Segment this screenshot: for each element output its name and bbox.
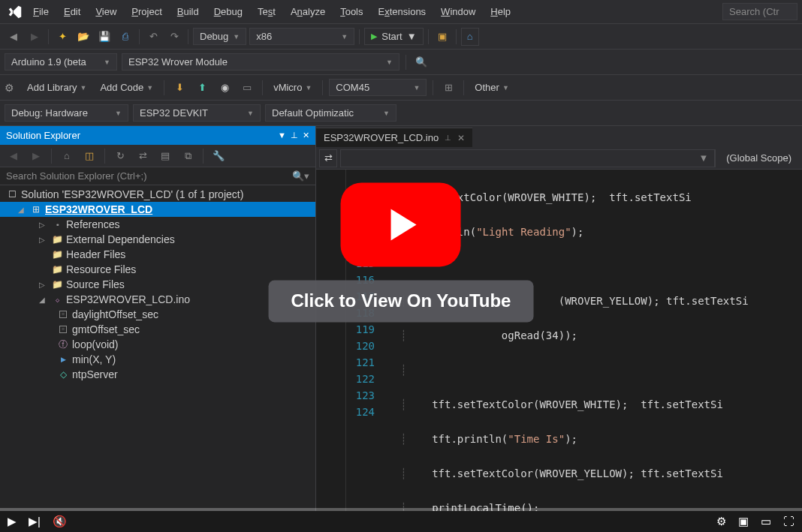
- se-home-icon[interactable]: ⌂: [58, 147, 76, 165]
- se-pending-icon[interactable]: ↻: [111, 147, 129, 165]
- com-port-dropdown[interactable]: COM45▼: [329, 79, 427, 96]
- video-play-icon[interactable]: ▶: [8, 515, 17, 528]
- terminal-icon[interactable]: ▭: [238, 79, 256, 97]
- upload-icon[interactable]: ⬆: [193, 79, 211, 97]
- search-icon: 🔍▾: [292, 170, 309, 182]
- expand-icon[interactable]: ▷: [39, 281, 48, 289]
- undo-icon[interactable]: ↶: [144, 28, 162, 46]
- panel-pin-icon[interactable]: ⊥: [291, 131, 298, 140]
- se-sync-icon[interactable]: ⇄: [134, 147, 152, 165]
- tree-project[interactable]: ◢ ⊞ ESP32WROVER_LCD: [0, 202, 315, 217]
- play-icon: ▶: [371, 32, 377, 41]
- toolbar-arduino: Arduino 1.9 (beta▼ ESP32 Wrover Module▼ …: [0, 50, 802, 75]
- se-switch-icon[interactable]: ◫: [80, 147, 98, 165]
- tree-header-files[interactable]: ▷ Header Files: [0, 247, 315, 262]
- tree-loop[interactable]: loop(void): [0, 337, 315, 352]
- expand-icon[interactable]: ▷: [39, 236, 48, 244]
- folder-icon: [51, 233, 63, 245]
- build-icon[interactable]: ⬇: [170, 79, 188, 97]
- menu-help[interactable]: Help: [483, 3, 518, 20]
- home-icon[interactable]: ⌂: [461, 28, 479, 46]
- search-tool-icon[interactable]: 🔍: [412, 53, 430, 71]
- tree-solution[interactable]: ☐ Solution 'ESP32WROVER_LCD' (1 of 1 pro…: [0, 187, 315, 202]
- se-back-icon[interactable]: ◀: [5, 147, 23, 165]
- video-settings-icon[interactable]: ⚙: [716, 515, 726, 528]
- connect-icon[interactable]: ⊞: [439, 79, 457, 97]
- expand-icon[interactable]: ◢: [18, 206, 27, 214]
- menu-view[interactable]: View: [88, 3, 124, 20]
- solution-search-input[interactable]: Search Solution Explorer (Ctrl+;) 🔍▾: [0, 167, 315, 185]
- tree-min[interactable]: min(X, Y): [0, 352, 315, 367]
- open-icon[interactable]: 📂: [74, 28, 92, 46]
- toolbar-main: ◀ ▶ ✦ 📂 💾 ⎙ ↶ ↷ Debug▼ x86▼ ▶Start▼ ▣ ⌂: [0, 24, 802, 50]
- menu-test[interactable]: Test: [250, 3, 283, 20]
- nav-fwd-icon[interactable]: ▶: [26, 28, 44, 46]
- folder-icon: [51, 278, 63, 290]
- menu-build[interactable]: Build: [170, 3, 207, 20]
- se-collapse-icon[interactable]: ⧉: [179, 147, 197, 165]
- youtube-play-button[interactable]: [341, 182, 461, 266]
- folder-icon: [51, 248, 63, 260]
- quick-search-input[interactable]: Search (Ctr: [722, 3, 797, 20]
- menu-edit[interactable]: Edit: [56, 3, 88, 20]
- save-all-icon[interactable]: ⎙: [116, 28, 134, 46]
- tree-gmt[interactable]: = gmtOffset_sec: [0, 322, 315, 337]
- menu-debug[interactable]: Debug: [207, 3, 250, 20]
- const-icon: =: [57, 308, 69, 320]
- expand-icon[interactable]: ◢: [39, 296, 48, 304]
- const-icon: =: [57, 323, 69, 335]
- play-triangle-icon: [391, 209, 417, 240]
- tree-external-deps[interactable]: ▷ External Dependencies: [0, 232, 315, 247]
- add-code-button[interactable]: Add Code▼: [95, 80, 158, 95]
- youtube-cta-button[interactable]: Click to View On YouTube: [269, 280, 534, 322]
- menu-tools[interactable]: Tools: [333, 3, 370, 20]
- vmicro-menu[interactable]: vMicro▼: [269, 80, 316, 95]
- video-mute-icon[interactable]: 🔇: [53, 515, 67, 528]
- menu-analyze[interactable]: Analyze: [283, 3, 333, 20]
- tree-references[interactable]: ▷ References: [0, 217, 315, 232]
- video-next-icon[interactable]: ▶|: [29, 515, 41, 528]
- video-miniplayer-icon[interactable]: ▣: [738, 515, 749, 528]
- redo-icon[interactable]: ↷: [165, 28, 183, 46]
- other-menu[interactable]: Other▼: [470, 80, 513, 95]
- vs-logo-icon: [5, 2, 26, 23]
- video-fullscreen-icon[interactable]: ⛶: [783, 515, 794, 528]
- editor-nav-bar: ⇄ ▼ (Global Scope): [316, 147, 802, 170]
- references-icon: [51, 218, 63, 230]
- pin-icon[interactable]: ⊥: [445, 134, 451, 142]
- expand-icon[interactable]: ▷: [39, 221, 48, 229]
- folder-view-icon[interactable]: ▣: [433, 28, 451, 46]
- menu-window[interactable]: Window: [433, 3, 483, 20]
- board-dropdown[interactable]: ESP32 Wrover Module▼: [122, 53, 399, 71]
- video-theater-icon[interactable]: ▭: [761, 515, 771, 528]
- panel-dropdown-icon[interactable]: ▼: [278, 131, 286, 140]
- config-dropdown[interactable]: Debug▼: [193, 28, 246, 45]
- solution-explorer-title: Solution Explorer ▼ ⊥ ✕: [0, 126, 315, 145]
- se-refresh-icon[interactable]: ▤: [156, 147, 174, 165]
- new-project-icon[interactable]: ✦: [53, 28, 71, 46]
- tree-ntp[interactable]: ntpServer: [0, 367, 315, 382]
- optimization-dropdown[interactable]: Default Optimizatic▼: [265, 104, 396, 122]
- start-button[interactable]: ▶Start▼: [364, 28, 423, 45]
- debug-hardware-dropdown[interactable]: Debug: Hardware▼: [5, 104, 128, 122]
- tree-resource-files[interactable]: ▷ Resource Files: [0, 262, 315, 277]
- add-library-button[interactable]: Add Library▼: [23, 80, 91, 95]
- se-properties-icon[interactable]: 🔧: [210, 147, 228, 165]
- nav-back-icon[interactable]: ◀: [5, 28, 23, 46]
- menu-extensions[interactable]: Extensions: [371, 3, 434, 20]
- se-fwd-icon[interactable]: ▶: [27, 147, 45, 165]
- devkit-dropdown[interactable]: ESP32 DEVKIT▼: [133, 104, 261, 122]
- editor-tab-active[interactable]: ESP32WROVER_LCD.ino ⊥ ✕: [316, 128, 472, 147]
- panel-close-icon[interactable]: ✕: [303, 131, 309, 140]
- run-icon[interactable]: ◉: [216, 79, 234, 97]
- menu-bar: File Edit View Project Build Debug Test …: [0, 0, 802, 24]
- arduino-version-dropdown[interactable]: Arduino 1.9 (beta▼: [5, 53, 117, 71]
- nav-toggle-icon[interactable]: ⇄: [319, 149, 337, 167]
- menu-project[interactable]: Project: [124, 3, 169, 20]
- scope-dropdown[interactable]: (Global Scope): [715, 149, 802, 167]
- nav-dropdown-left[interactable]: ▼: [340, 149, 715, 167]
- menu-file[interactable]: File: [26, 3, 56, 20]
- platform-dropdown[interactable]: x86▼: [249, 28, 354, 45]
- close-icon[interactable]: ✕: [457, 133, 465, 143]
- save-icon[interactable]: 💾: [95, 28, 113, 46]
